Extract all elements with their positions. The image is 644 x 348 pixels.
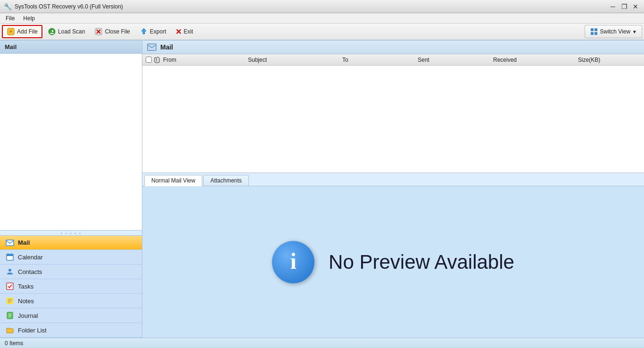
calendar-nav-icon <box>6 253 14 261</box>
switch-view-label: Switch View <box>600 28 630 35</box>
info-icon: i <box>272 241 314 283</box>
no-preview-text: No Preview Available <box>329 251 514 273</box>
mail-table-header: From Subject To Sent Received Size(KB) <box>142 54 644 66</box>
left-panel: Mail · · · · · Mail <box>0 41 142 338</box>
tab-normal-mail-view[interactable]: Normal Mail View <box>144 175 202 186</box>
tab-attachments-label: Attachments <box>210 177 242 184</box>
mail-panel-header: Mail <box>142 41 644 54</box>
close-button[interactable]: ✕ <box>631 2 640 11</box>
toolbar: + Add File Load Scan <box>0 24 644 41</box>
mail-nav-icon <box>6 240 14 246</box>
bottom-section: Normal Mail View Attachments i No Previe… <box>142 173 644 338</box>
col-received-header: Received <box>491 57 576 63</box>
col-from-header: From <box>161 57 246 63</box>
close-file-button[interactable]: Close File <box>90 25 134 38</box>
left-panel-header: Mail <box>0 41 142 54</box>
svg-rect-12 <box>594 32 597 35</box>
left-panel-tree[interactable] <box>0 54 142 230</box>
col-to-header: To <box>340 57 416 63</box>
mail-list-area[interactable] <box>142 66 644 173</box>
nav-notes-label: Notes <box>18 298 34 305</box>
nav-item-contacts[interactable]: Contacts <box>0 265 142 279</box>
toolbar-left: + Add File Load Scan <box>2 25 197 38</box>
load-scan-icon <box>48 27 56 36</box>
notes-nav-icon <box>6 297 14 305</box>
exit-button[interactable]: ✕ Exit <box>171 25 197 38</box>
nav-tasks-label: Tasks <box>18 283 33 290</box>
svg-rect-19 <box>7 283 13 290</box>
svg-rect-13 <box>6 240 14 246</box>
tasks-nav-icon <box>6 282 14 290</box>
add-file-button[interactable]: + Add File <box>2 25 42 38</box>
tab-normal-mail-view-label: Normal Mail View <box>151 177 195 184</box>
export-label: Export <box>150 28 166 35</box>
nav-item-tasks[interactable]: Tasks <box>0 279 142 294</box>
title-bar-controls: ─ ❐ ✕ <box>608 2 640 11</box>
nav-item-notes[interactable]: Notes <box>0 294 142 308</box>
add-file-icon: + <box>7 27 15 36</box>
menu-bar: File Help <box>0 13 644 24</box>
mail-header-icon <box>147 43 157 51</box>
svg-rect-15 <box>7 254 13 256</box>
nav-folderlist-label: Folder List <box>18 327 47 334</box>
main-layout: Mail · · · · · Mail <box>0 41 644 338</box>
switch-view-button[interactable]: Switch View ▼ <box>585 25 642 38</box>
load-scan-button[interactable]: Load Scan <box>43 25 89 38</box>
nav-item-folderlist[interactable]: Folder List <box>0 323 142 338</box>
col-size-header: Size(KB) <box>576 57 642 63</box>
close-file-icon <box>94 27 103 36</box>
svg-point-18 <box>8 269 11 272</box>
preview-area: i No Preview Available <box>142 186 644 338</box>
left-panel-title: Mail <box>5 43 17 50</box>
svg-text:+: + <box>9 28 12 35</box>
add-file-label: Add File <box>17 28 38 35</box>
svg-rect-11 <box>591 32 594 35</box>
switch-view-arrow: ▼ <box>632 29 637 34</box>
svg-rect-9 <box>591 28 594 31</box>
menu-help[interactable]: Help <box>19 14 39 23</box>
mail-panel-title: Mail <box>160 43 173 51</box>
export-icon <box>140 27 148 36</box>
nav-item-journal[interactable]: Journal <box>0 308 142 323</box>
tab-attachments[interactable]: Attachments <box>203 175 249 186</box>
nav-contacts-label: Contacts <box>18 268 42 275</box>
svg-marker-8 <box>141 28 146 34</box>
contacts-nav-icon <box>6 268 14 275</box>
select-all-checkbox[interactable] <box>146 57 152 63</box>
svg-rect-10 <box>594 28 597 31</box>
restore-button[interactable]: ❐ <box>619 2 629 11</box>
svg-rect-4 <box>50 33 54 34</box>
nav-journal-label: Journal <box>18 312 38 319</box>
nav-item-mail[interactable]: Mail <box>0 236 142 250</box>
svg-rect-28 <box>148 44 156 50</box>
col-sent-header: Sent <box>416 57 491 63</box>
status-bar: 0 Items <box>0 338 644 348</box>
export-button[interactable]: Export <box>135 25 171 38</box>
nav-item-calendar[interactable]: Calendar <box>0 250 142 265</box>
minimize-button[interactable]: ─ <box>608 2 618 11</box>
col-subject-header: Subject <box>246 57 340 63</box>
nav-mail-label: Mail <box>18 239 30 246</box>
exit-icon: ✕ <box>175 27 182 36</box>
folderlist-nav-icon <box>6 326 14 334</box>
tab-bar: Normal Mail View Attachments <box>142 173 644 186</box>
exit-label: Exit <box>183 28 193 35</box>
switch-view-icon <box>590 27 598 36</box>
title-bar-left: 🔧 SysTools OST Recovery v6.0 (Full Versi… <box>4 3 123 10</box>
menu-file[interactable]: File <box>2 14 18 23</box>
nav-list: Mail Calendar <box>0 236 142 338</box>
app-title: SysTools OST Recovery v6.0 (Full Version… <box>15 3 123 10</box>
journal-nav-icon <box>6 312 14 319</box>
col-attach-header <box>153 57 161 63</box>
resize-divider[interactable]: · · · · · <box>0 230 142 236</box>
col-check <box>144 57 153 63</box>
status-item-count: 0 Items <box>5 340 23 347</box>
load-scan-label: Load Scan <box>58 28 85 35</box>
title-bar: 🔧 SysTools OST Recovery v6.0 (Full Versi… <box>0 0 644 13</box>
right-panel: Mail From Subject To Sent Received Size(… <box>142 41 644 338</box>
nav-calendar-label: Calendar <box>18 254 43 261</box>
info-icon-letter: i <box>290 250 296 273</box>
close-file-label: Close File <box>105 28 130 35</box>
